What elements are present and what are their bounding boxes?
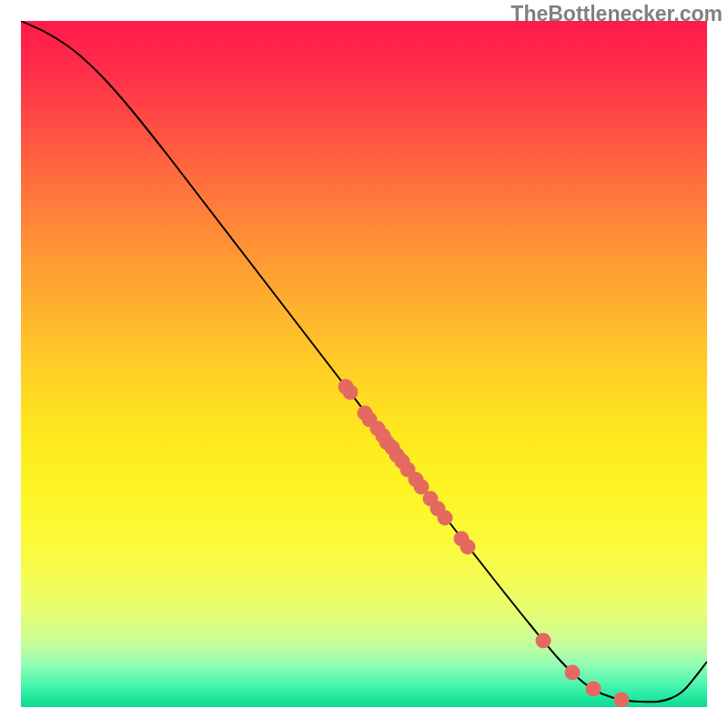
plot-area xyxy=(21,21,707,707)
data-dots xyxy=(339,379,630,708)
data-dot xyxy=(536,633,551,649)
data-dot xyxy=(438,511,453,526)
chart-canvas: TheBottlenecker.com xyxy=(0,0,728,728)
chart-svg xyxy=(21,21,707,707)
data-dot xyxy=(343,385,359,400)
data-dot xyxy=(565,665,581,681)
data-dot xyxy=(460,540,476,555)
bottleneck-curve xyxy=(21,21,707,702)
data-dot xyxy=(586,682,602,697)
data-dot xyxy=(614,693,630,708)
watermark-text: TheBottlenecker.com xyxy=(511,2,723,26)
